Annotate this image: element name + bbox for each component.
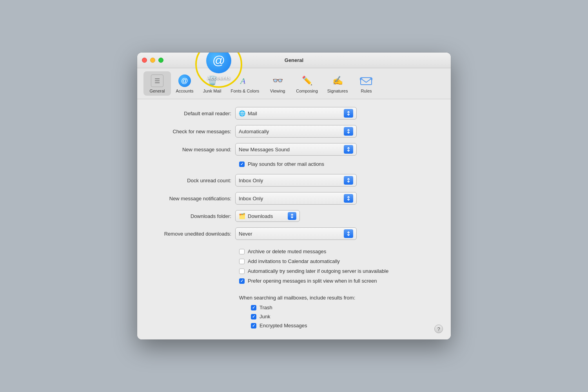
toolbar-accounts-label: Accounts (176, 89, 193, 93)
play-sounds-label: Play sounds for other mail actions (248, 161, 324, 167)
new-message-sound-control: New Messages Sound (235, 143, 439, 156)
remove-unedited-select[interactable]: Never (235, 227, 357, 240)
downloads-arrow (288, 212, 296, 220)
sending-checkbox[interactable] (239, 269, 245, 274)
toolbar-fonts-label: Fonts & Colors (230, 89, 259, 93)
downloads-label: Downloads folder: (149, 213, 235, 219)
new-message-sound-label: New message sound: (149, 147, 235, 152)
dock-unread-control: Inbox Only (235, 174, 439, 187)
sending-label: Automatically try sending later if outgo… (248, 268, 388, 274)
check-messages-row: Check for new messages: Automatically (149, 125, 439, 138)
toolbar-rules-label: Rules (361, 89, 372, 93)
content-wrapper: Default email reader: 🌐 Mail Check (137, 99, 451, 339)
toolbar-junk-label: Junk Mail (203, 89, 221, 93)
close-button[interactable] (142, 58, 147, 63)
accounts-big-label: Accounts (207, 75, 230, 81)
new-message-sound-select[interactable]: New Messages Sound (235, 143, 357, 156)
new-message-sound-arrow (344, 145, 353, 154)
remove-unedited-row: Remove unedited downloads: Never (149, 227, 439, 240)
archive-label: Archive or delete muted messages (248, 249, 326, 254)
search-junk-row: Junk (149, 314, 439, 319)
invitations-label: Add invitations to Calendar automaticall… (248, 258, 340, 264)
play-sounds-checkbox[interactable] (239, 162, 245, 167)
minimize-button[interactable] (150, 58, 155, 63)
check-messages-control: Automatically (235, 125, 439, 138)
remove-unedited-value: Never (239, 231, 252, 237)
toolbar-signatures[interactable]: ✍️ Signatures (323, 71, 353, 96)
dock-unread-select[interactable]: Inbox Only (235, 174, 357, 187)
notifications-arrow (344, 194, 353, 203)
new-message-sound-value: New Messages Sound (239, 147, 290, 152)
toolbar-general[interactable]: General (143, 71, 171, 96)
titlebar: General (137, 53, 451, 68)
toolbar-composing[interactable]: ✏️ Composing (291, 71, 323, 96)
default-email-row: Default email reader: 🌐 Mail (149, 107, 439, 120)
default-email-select[interactable]: 🌐 Mail (235, 107, 357, 120)
search-junk-checkbox[interactable] (251, 314, 256, 319)
remove-unedited-control: Never (235, 227, 439, 240)
toolbar-signatures-label: Signatures (327, 89, 348, 93)
splitview-row: Prefer opening messages in split view wh… (149, 278, 439, 284)
default-email-value: 🌐 Mail (239, 110, 257, 116)
search-trash-row: Trash (149, 305, 439, 310)
notifications-label: New message notifications: (149, 196, 235, 201)
downloads-value: 🗂️ Downloads (239, 213, 273, 219)
toolbar-rules[interactable]: Rules (352, 71, 380, 96)
notifications-row: New message notifications: Inbox Only (149, 192, 439, 205)
viewing-icon: 👓 (270, 74, 285, 88)
invitations-checkbox[interactable] (239, 259, 245, 264)
sending-row: Automatically try sending later if outgo… (149, 268, 439, 274)
downloads-select[interactable]: 🗂️ Downloads (235, 210, 300, 222)
check-messages-select[interactable]: Automatically (235, 125, 357, 138)
remove-unedited-arrow (344, 229, 353, 238)
downloads-control: 🗂️ Downloads (235, 210, 439, 222)
splitview-label: Prefer opening messages in split view wh… (248, 278, 377, 284)
search-junk-label: Junk (260, 314, 270, 319)
toolbar-composing-label: Composing (296, 89, 318, 93)
accounts-icon: @ (178, 74, 192, 88)
play-sounds-row: Play sounds for other mail actions (149, 161, 439, 167)
check-messages-value: Automatically (239, 129, 269, 134)
notifications-value: Inbox Only (239, 196, 263, 201)
invitations-row: Add invitations to Calendar automaticall… (149, 258, 439, 264)
toolbar: General @ Accounts @ (137, 68, 451, 99)
accounts-spotlight: @ Accounts (195, 53, 242, 88)
toolbar-viewing-label: Viewing (270, 89, 285, 93)
check-messages-label: Check for new messages: (149, 129, 235, 134)
check-messages-arrow (344, 127, 353, 136)
notifications-control: Inbox Only (235, 192, 439, 205)
signatures-icon: ✍️ (330, 74, 345, 88)
settings-content: Default email reader: 🌐 Mail Check (137, 99, 451, 339)
toolbar-viewing[interactable]: 👓 Viewing (264, 71, 291, 96)
spotlight-circle: @ Accounts (195, 53, 242, 88)
dock-unread-row: Dock unread count: Inbox Only (149, 174, 439, 187)
archive-row: Archive or delete muted messages (149, 249, 439, 254)
notifications-select[interactable]: Inbox Only (235, 192, 357, 205)
dock-unread-label: Dock unread count: (149, 178, 235, 183)
main-window: General General @ Accounts (137, 53, 451, 339)
search-encrypted-checkbox[interactable] (251, 323, 256, 328)
archive-checkbox[interactable] (239, 249, 245, 254)
default-email-arrow (344, 109, 353, 118)
toolbar-general-label: General (149, 89, 165, 93)
accounts-big-icon: @ (206, 53, 231, 73)
search-encrypted-row: Encrypted Messages (149, 323, 439, 328)
toolbar-accounts[interactable]: @ Accounts @ Accounts (171, 71, 198, 96)
window-title: General (285, 57, 303, 63)
help-button[interactable]: ? (434, 325, 443, 333)
downloads-row: Downloads folder: 🗂️ Downloads (149, 210, 439, 222)
search-trash-checkbox[interactable] (251, 305, 256, 310)
search-section: When searching all mailboxes, include re… (149, 295, 439, 328)
general-icon (150, 74, 164, 88)
default-email-control: 🌐 Mail (235, 107, 439, 120)
splitview-checkbox[interactable] (239, 278, 245, 284)
search-encrypted-label: Encrypted Messages (260, 323, 307, 328)
rules-icon-svg (360, 74, 372, 87)
rules-icon (359, 74, 373, 88)
traffic-lights (142, 58, 163, 63)
maximize-button[interactable] (158, 58, 163, 63)
dock-unread-value: Inbox Only (239, 178, 263, 183)
search-title: When searching all mailboxes, include re… (149, 295, 439, 301)
search-trash-label: Trash (260, 305, 272, 310)
default-email-label: Default email reader: (149, 111, 235, 116)
